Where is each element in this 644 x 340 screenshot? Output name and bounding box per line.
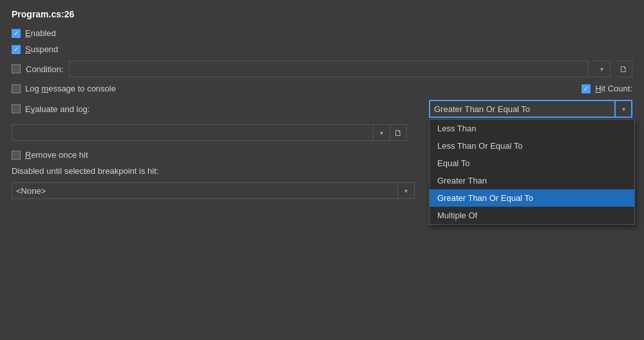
evaluate-page-icon: 🗋 — [394, 128, 402, 138]
evaluate-checkbox[interactable] — [12, 104, 21, 113]
remove-once-hit-checkbox[interactable] — [12, 151, 21, 160]
enabled-row: Enabled — [12, 28, 632, 38]
dialog-title: Program.cs:26 — [12, 9, 632, 19]
none-chevron-icon: ▾ — [404, 187, 408, 194]
dropdown-item-equal-to[interactable]: Equal To — [430, 155, 634, 172]
evaluate-page-icon-btn[interactable]: 🗋 — [390, 124, 407, 141]
condition-chevron-icon: ▾ — [600, 66, 603, 73]
enabled-label: Enabled — [25, 28, 56, 38]
log-message-label: Log message to console — [25, 84, 116, 93]
dropdown-item-greater-than-equal[interactable]: Greater Than Or Equal To — [430, 189, 634, 207]
hit-count-dropdown-section: ▾ Less Than Less Than Or Equal To Equal … — [429, 100, 632, 118]
condition-input[interactable] — [69, 61, 589, 77]
none-dropdown-input[interactable] — [12, 182, 398, 199]
condition-page-icon: 🗋 — [620, 64, 628, 74]
dropdown-item-greater-than[interactable]: Greater Than — [430, 172, 634, 189]
hit-count-dropdown-input[interactable] — [429, 100, 616, 118]
enabled-checkbox[interactable] — [12, 29, 21, 38]
evaluate-section: Evaluate and log: — [12, 104, 429, 114]
dropdown-item-less-than[interactable]: Less Than — [430, 120, 634, 137]
suspend-label: Suspend — [25, 44, 58, 54]
remove-once-hit-text: Remove once hit — [25, 150, 88, 160]
log-message-section: Log message to console — [12, 84, 582, 93]
evaluate-dropdown-btn[interactable]: ▾ — [374, 124, 390, 141]
hit-count-chevron-icon: ▾ — [622, 106, 625, 113]
hit-count-label: Hit Count: — [595, 84, 632, 93]
disabled-until-label: Disabled until selected breakpoint is hi… — [12, 166, 158, 176]
log-message-checkbox[interactable] — [12, 84, 21, 93]
hit-count-dropdown-container: ▾ Less Than Less Than Or Equal To Equal … — [429, 100, 632, 118]
condition-page-icon-btn[interactable]: 🗋 — [616, 61, 632, 77]
evaluate-chevron-icon: ▾ — [380, 129, 383, 137]
suspend-checkbox-label[interactable]: Suspend — [12, 44, 58, 54]
evaluate-hitcount-row: Evaluate and log: ▾ Less Than Less Than … — [12, 100, 632, 118]
dropdown-item-less-than-equal[interactable]: Less Than Or Equal To — [430, 137, 634, 155]
remove-once-hit-label[interactable]: Remove once hit — [12, 150, 88, 160]
condition-label: Condition: — [26, 64, 64, 74]
hit-count-section: Hit Count: — [582, 84, 632, 93]
condition-dropdown-btn[interactable]: ▾ — [594, 61, 611, 77]
breakpoint-settings-dialog: Program.cs:26 Enabled Suspend Condition:… — [0, 0, 644, 340]
hit-count-dropdown-arrow[interactable]: ▾ — [616, 100, 632, 118]
hit-count-dropdown-menu: Less Than Less Than Or Equal To Equal To… — [429, 119, 635, 225]
none-dropdown-arrow[interactable]: ▾ — [398, 182, 415, 199]
hit-count-checkbox[interactable] — [582, 84, 591, 93]
suspend-row: Suspend — [12, 44, 632, 54]
log-hitcount-row: Log message to console Hit Count: — [12, 84, 632, 93]
evaluate-label: Evaluate and log: — [25, 104, 90, 114]
suspend-checkbox[interactable] — [12, 45, 21, 54]
dropdown-item-multiple-of[interactable]: Multiple Of — [430, 207, 634, 224]
enabled-checkbox-label[interactable]: Enabled — [12, 28, 56, 38]
evaluate-input[interactable] — [12, 124, 374, 141]
condition-checkbox[interactable] — [12, 64, 21, 73]
condition-row: Condition: ▾ 🗋 — [12, 61, 632, 77]
